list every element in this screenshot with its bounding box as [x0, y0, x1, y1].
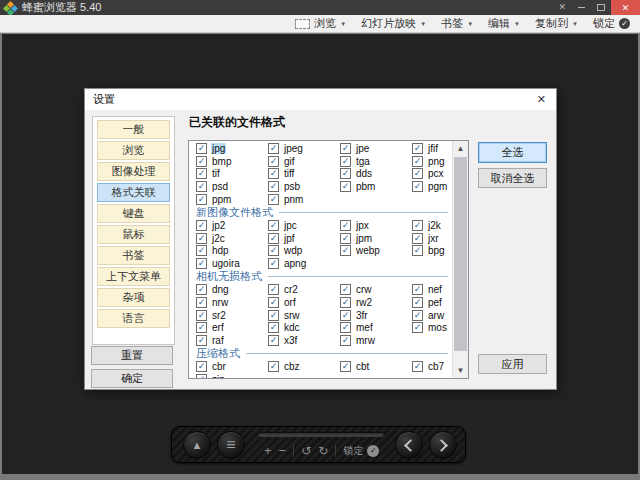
format-checkbox-erf[interactable]: ✓erf: [196, 322, 268, 335]
format-checkbox-3fr[interactable]: ✓3fr: [340, 309, 412, 322]
menu-edit[interactable]: 编辑 ▼: [488, 15, 520, 32]
checkbox-checked-icon[interactable]: ✓: [340, 297, 351, 308]
sidebar-item-上下文菜单[interactable]: 上下文菜单: [97, 267, 170, 286]
format-checkbox-tiff[interactable]: ✓tiff: [268, 168, 340, 181]
format-checkbox-mef[interactable]: ✓mef: [340, 322, 412, 335]
checkbox-checked-icon[interactable]: ✓: [412, 310, 423, 321]
checkbox-checked-icon[interactable]: ✓: [412, 168, 423, 179]
checkbox-checked-icon[interactable]: ✓: [196, 143, 207, 154]
format-checkbox-x3f[interactable]: ✓x3f: [268, 334, 340, 347]
checkbox-checked-icon[interactable]: ✓: [196, 258, 207, 269]
format-checkbox-kdc[interactable]: ✓kdc: [268, 322, 340, 335]
sidebar-item-键盘[interactable]: 键盘: [97, 204, 170, 223]
maximize-button[interactable]: [591, 0, 611, 15]
checkbox-checked-icon[interactable]: ✓: [268, 297, 279, 308]
sidebar-item-一般[interactable]: 一般: [97, 120, 170, 139]
checkbox-checked-icon[interactable]: ✓: [268, 245, 279, 256]
format-checkbox-gif[interactable]: ✓gif: [268, 155, 340, 168]
checkbox-checked-icon[interactable]: ✓: [196, 310, 207, 321]
format-checkbox-sr2[interactable]: ✓sr2: [196, 309, 268, 322]
format-checkbox-zip[interactable]: ✓zip: [196, 373, 268, 378]
format-checkbox-j2c[interactable]: ✓j2c: [196, 232, 268, 245]
eject-button[interactable]: ▲: [183, 431, 211, 459]
next-image-button[interactable]: [429, 431, 457, 459]
sidebar-item-格式关联[interactable]: 格式关联: [97, 183, 170, 202]
rotate-left-button[interactable]: ↺: [301, 445, 311, 457]
checkbox-checked-icon[interactable]: ✓: [196, 220, 207, 231]
scroll-down-icon[interactable]: ▼: [453, 363, 468, 378]
format-checkbox-bpg[interactable]: ✓bpg: [412, 245, 452, 258]
reset-button[interactable]: 重置: [91, 346, 173, 365]
format-checkbox-crw[interactable]: ✓crw: [340, 283, 412, 296]
checkbox-checked-icon[interactable]: ✓: [196, 233, 207, 244]
format-checkbox-cbr[interactable]: ✓cbr: [196, 360, 268, 373]
format-checkbox-cbt[interactable]: ✓cbt: [340, 360, 412, 373]
checkbox-checked-icon[interactable]: ✓: [196, 374, 207, 378]
scroll-up-icon[interactable]: ▲: [453, 141, 468, 156]
toolbar-lock-toggle[interactable]: 锁定 ✓: [593, 15, 630, 32]
format-checkbox-cb7[interactable]: ✓cb7: [412, 360, 452, 373]
zoom-out-button[interactable]: −: [279, 444, 287, 457]
format-checkbox-jpf[interactable]: ✓jpf: [268, 232, 340, 245]
format-checkbox-rw2[interactable]: ✓rw2: [340, 296, 412, 309]
checkbox-checked-icon[interactable]: ✓: [196, 335, 207, 346]
menu-slideshow[interactable]: 幻灯片放映 ▼: [361, 15, 426, 32]
menu-copy-to[interactable]: 复制到 ▼: [535, 15, 578, 32]
format-checkbox-tif[interactable]: ✓tif: [196, 168, 268, 181]
dialog-titlebar[interactable]: 设置 ✕: [85, 89, 556, 110]
format-checkbox-hdp[interactable]: ✓hdp: [196, 245, 268, 258]
previous-image-button[interactable]: [395, 431, 423, 459]
checkbox-checked-icon[interactable]: ✓: [196, 297, 207, 308]
checkbox-checked-icon[interactable]: ✓: [340, 233, 351, 244]
format-checkbox-psb[interactable]: ✓psb: [268, 180, 340, 193]
checkbox-checked-icon[interactable]: ✓: [412, 297, 423, 308]
sidebar-item-书签[interactable]: 书签: [97, 246, 170, 265]
sidebar-item-语言[interactable]: 语言: [97, 309, 170, 328]
format-checkbox-pnm[interactable]: ✓pnm: [268, 193, 340, 206]
format-checkbox-cr2[interactable]: ✓cr2: [268, 283, 340, 296]
format-checkbox-jpe[interactable]: ✓jpe: [340, 142, 412, 155]
select-all-button[interactable]: 全选: [478, 142, 547, 163]
checkbox-checked-icon[interactable]: ✓: [412, 284, 423, 295]
ok-button[interactable]: 确定: [91, 369, 173, 388]
format-checkbox-jxr[interactable]: ✓jxr: [412, 232, 452, 245]
checkbox-checked-icon[interactable]: ✓: [340, 361, 351, 372]
format-checkbox-jpeg[interactable]: ✓jpeg: [268, 142, 340, 155]
format-checkbox-jpc[interactable]: ✓jpc: [268, 219, 340, 232]
checkbox-checked-icon[interactable]: ✓: [268, 233, 279, 244]
checkbox-checked-icon[interactable]: ✓: [196, 156, 207, 167]
format-checkbox-psd[interactable]: ✓psd: [196, 180, 268, 193]
format-checkbox-arw[interactable]: ✓arw: [412, 309, 452, 322]
checkbox-checked-icon[interactable]: ✓: [412, 245, 423, 256]
checkbox-checked-icon[interactable]: ✓: [268, 284, 279, 295]
checkbox-checked-icon[interactable]: ✓: [412, 233, 423, 244]
checkbox-checked-icon[interactable]: ✓: [412, 220, 423, 231]
checkbox-checked-icon[interactable]: ✓: [340, 245, 351, 256]
checkbox-checked-icon[interactable]: ✓: [268, 322, 279, 333]
checkbox-checked-icon[interactable]: ✓: [340, 322, 351, 333]
bottombar-lock-toggle[interactable]: 锁定 ✓: [343, 444, 379, 458]
format-checkbox-pgm[interactable]: ✓pgm: [412, 180, 452, 193]
zoom-slider[interactable]: [258, 432, 384, 437]
checkbox-checked-icon[interactable]: ✓: [196, 245, 207, 256]
menu-bookmarks[interactable]: 书签 ▼: [441, 15, 473, 32]
checkbox-checked-icon[interactable]: ✓: [412, 322, 423, 333]
window-titlebar[interactable]: 蜂蜜浏览器 5.40 ✕ ✕: [0, 0, 640, 15]
checkbox-checked-icon[interactable]: ✓: [268, 143, 279, 154]
checkbox-checked-icon[interactable]: ✓: [196, 194, 207, 205]
checkbox-checked-icon[interactable]: ✓: [412, 361, 423, 372]
checkbox-checked-icon[interactable]: ✓: [340, 168, 351, 179]
format-checkbox-jpx[interactable]: ✓jpx: [340, 219, 412, 232]
checkbox-checked-icon[interactable]: ✓: [340, 143, 351, 154]
sidebar-item-浏览[interactable]: 浏览: [97, 141, 170, 160]
format-checkbox-jp2[interactable]: ✓jp2: [196, 219, 268, 232]
format-checkbox-dds[interactable]: ✓dds: [340, 168, 412, 181]
format-checkbox-tga[interactable]: ✓tga: [340, 155, 412, 168]
format-checkbox-png[interactable]: ✓png: [412, 155, 452, 168]
checkbox-checked-icon[interactable]: ✓: [340, 284, 351, 295]
checkbox-checked-icon[interactable]: ✓: [268, 194, 279, 205]
checkbox-checked-icon[interactable]: ✓: [340, 220, 351, 231]
checkbox-checked-icon[interactable]: ✓: [340, 335, 351, 346]
format-checkbox-bmp[interactable]: ✓bmp: [196, 155, 268, 168]
format-checkbox-mos[interactable]: ✓mos: [412, 322, 452, 335]
